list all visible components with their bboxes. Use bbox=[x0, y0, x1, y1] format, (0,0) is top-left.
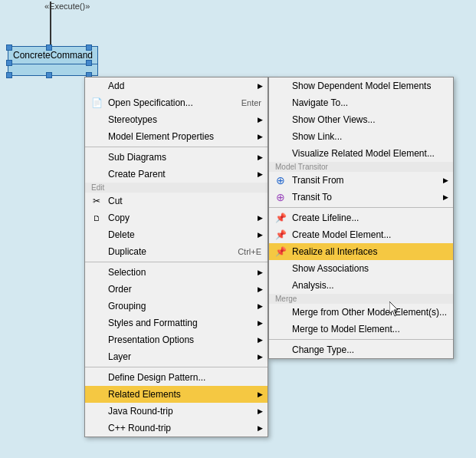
show-associations-label: Show Associations bbox=[292, 263, 369, 274]
menu-item-layer[interactable]: Layer bbox=[85, 348, 268, 365]
menu-item-show-link[interactable]: Show Link... bbox=[269, 128, 453, 145]
related-elements-label: Related Elements bbox=[108, 389, 181, 400]
menu-item-stereotypes[interactable]: Stereotypes bbox=[85, 111, 268, 128]
handle-mr bbox=[86, 60, 92, 66]
transit-from-icon: ⊕ bbox=[274, 174, 287, 186]
realize-interfaces-icon: 📌 bbox=[274, 246, 287, 257]
section-edit: Edit bbox=[85, 183, 268, 193]
menu-item-change-type[interactable]: Change Type... bbox=[269, 341, 453, 358]
copy-label: Copy bbox=[108, 213, 130, 223]
menu-item-show-associations[interactable]: Show Associations bbox=[269, 260, 453, 277]
merge-to-label: Merge to Model Element... bbox=[292, 324, 400, 334]
transit-to-icon: ⊕ bbox=[274, 191, 287, 203]
change-type-label: Change Type... bbox=[292, 344, 354, 355]
styles-label: Styles and Formatting bbox=[108, 318, 198, 328]
submenu-separator-2 bbox=[269, 339, 453, 340]
menu-item-model-props[interactable]: Model Element Properties bbox=[85, 128, 268, 145]
sub-diagrams-label: Sub Diagrams bbox=[108, 152, 166, 163]
menu-item-define-pattern[interactable]: Define Design Pattern... bbox=[85, 369, 268, 386]
menu-item-show-dependent[interactable]: Show Dependent Model Elements bbox=[269, 77, 453, 94]
selection-label: Selection bbox=[108, 267, 146, 278]
menu-item-merge-to[interactable]: Merge to Model Element... bbox=[269, 321, 453, 338]
menu-item-presentation[interactable]: Presentation Options bbox=[85, 331, 268, 348]
realize-interfaces-label: Realize all Interfaces bbox=[292, 246, 377, 257]
menu-item-open-spec[interactable]: 📄 Open Specification... Enter bbox=[85, 94, 268, 111]
context-menu: Add 📄 Open Specification... Enter Stereo… bbox=[84, 77, 268, 437]
section-merge: Merge bbox=[269, 294, 453, 304]
section-model-transitor: Model Transitor bbox=[269, 162, 453, 172]
presentation-label: Presentation Options bbox=[108, 334, 194, 345]
create-parent-label: Create Parent bbox=[108, 169, 166, 180]
menu-item-merge-from[interactable]: Merge from Other Model Element(s)... bbox=[269, 304, 453, 321]
menu-item-add[interactable]: Add bbox=[85, 77, 268, 94]
grouping-label: Grouping bbox=[108, 301, 146, 311]
related-elements-submenu: Show Dependent Model Elements Navigate T… bbox=[268, 77, 454, 359]
menu-item-transit-from[interactable]: ⊕ Transit From bbox=[269, 172, 453, 189]
model-props-label: Model Element Properties bbox=[108, 131, 214, 142]
duplicate-shortcut: Ctrl+E bbox=[222, 247, 261, 256]
handle-ml bbox=[6, 60, 12, 66]
menu-item-styles[interactable]: Styles and Formatting bbox=[85, 315, 268, 331]
order-label: Order bbox=[108, 284, 132, 295]
class-body bbox=[8, 64, 97, 75]
menu-item-create-parent[interactable]: Create Parent bbox=[85, 166, 268, 183]
delete-label: Delete bbox=[108, 229, 135, 240]
separator-2 bbox=[85, 262, 268, 262]
show-dependent-label: Show Dependent Model Elements bbox=[292, 81, 431, 91]
create-lifeline-label: Create Lifeline... bbox=[292, 213, 359, 223]
visualize-related-label: Visualize Related Model Element... bbox=[292, 148, 435, 159]
handle-tl bbox=[6, 44, 12, 51]
handle-tc bbox=[46, 44, 52, 51]
menu-item-visualize-related[interactable]: Visualize Related Model Element... bbox=[269, 145, 453, 162]
menu-item-sub-diagrams[interactable]: Sub Diagrams bbox=[85, 149, 268, 166]
separator-1 bbox=[85, 147, 268, 147]
show-link-label: Show Link... bbox=[292, 131, 342, 142]
analysis-label: Analysis... bbox=[292, 280, 334, 291]
menu-item-transit-to[interactable]: ⊕ Transit To bbox=[269, 189, 453, 206]
stereotypes-label: Stereotypes bbox=[108, 114, 157, 125]
menu-item-related-elements[interactable]: Related Elements bbox=[85, 386, 268, 403]
class-name: ConcreteCommand bbox=[8, 47, 97, 64]
add-label: Add bbox=[108, 81, 124, 91]
open-spec-icon: 📄 bbox=[90, 97, 103, 108]
create-model-element-icon: 📌 bbox=[274, 229, 287, 240]
arrow-text: «Execute()» bbox=[44, 2, 90, 11]
copy-icon: 🗋 bbox=[90, 214, 103, 222]
menu-item-selection[interactable]: Selection bbox=[85, 264, 268, 281]
navigate-to-label: Navigate To... bbox=[292, 97, 348, 108]
show-other-views-label: Show Other Views... bbox=[292, 114, 376, 125]
menu-item-cpp-roundtrip[interactable]: C++ Round-trip bbox=[85, 420, 268, 437]
menu-item-navigate-to[interactable]: Navigate To... bbox=[269, 94, 453, 111]
menu-item-create-lifeline[interactable]: 📌 Create Lifeline... bbox=[269, 209, 453, 226]
menu-item-cut[interactable]: ✂ Cut bbox=[85, 193, 268, 209]
class-box[interactable]: ConcreteCommand bbox=[8, 46, 98, 76]
java-roundtrip-label: Java Round-trip bbox=[108, 406, 173, 417]
layer-label: Layer bbox=[108, 351, 131, 362]
menu-item-grouping[interactable]: Grouping bbox=[85, 298, 268, 315]
cut-icon: ✂ bbox=[90, 196, 103, 206]
merge-from-label: Merge from Other Model Element(s)... bbox=[292, 307, 447, 318]
create-lifeline-icon: 📌 bbox=[274, 213, 287, 223]
separator-3 bbox=[85, 367, 268, 367]
menu-item-delete[interactable]: Delete bbox=[85, 226, 268, 243]
menu-item-analysis[interactable]: Analysis... bbox=[269, 277, 453, 294]
cpp-roundtrip-label: C++ Round-trip bbox=[108, 423, 171, 433]
menu-item-duplicate[interactable]: Duplicate Ctrl+E bbox=[85, 243, 268, 260]
handle-bc bbox=[46, 72, 52, 78]
define-pattern-label: Define Design Pattern... bbox=[108, 372, 205, 383]
handle-bl bbox=[6, 72, 12, 78]
menu-item-java-roundtrip[interactable]: Java Round-trip bbox=[85, 403, 268, 420]
create-model-element-label: Create Model Element... bbox=[292, 229, 391, 240]
menu-item-copy[interactable]: 🗋 Copy bbox=[85, 209, 268, 226]
menu-item-show-other-views[interactable]: Show Other Views... bbox=[269, 111, 453, 128]
menu-item-order[interactable]: Order bbox=[85, 281, 268, 298]
duplicate-label: Duplicate bbox=[108, 246, 146, 257]
handle-tr bbox=[86, 44, 92, 51]
menu-item-create-model-element[interactable]: 📌 Create Model Element... bbox=[269, 226, 453, 243]
transit-to-label: Transit To bbox=[292, 192, 332, 203]
submenu-separator-1 bbox=[269, 207, 453, 208]
open-spec-label: Open Specification... bbox=[108, 97, 193, 108]
transit-from-label: Transit From bbox=[292, 175, 344, 186]
open-spec-shortcut: Enter bbox=[226, 98, 261, 107]
menu-item-realize-interfaces[interactable]: 📌 Realize all Interfaces bbox=[269, 243, 453, 260]
